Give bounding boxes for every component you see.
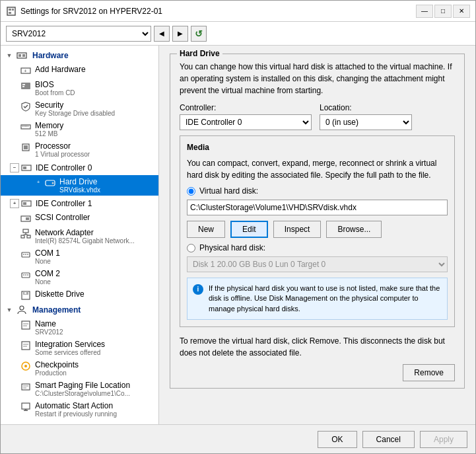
memory-sub-label: 512 MB xyxy=(35,130,63,137)
svg-point-39 xyxy=(23,274,24,276)
maximize-button[interactable]: □ xyxy=(434,5,452,18)
com1-label: COM 1 xyxy=(35,248,60,258)
add-hardware-icon: + xyxy=(20,65,31,76)
sidebar-item-bios[interactable]: BIOS Boot from CD xyxy=(1,78,158,98)
scsi-label: SCSI Controller xyxy=(35,213,90,222)
add-hardware-label: Add Hardware xyxy=(35,65,86,74)
ok-button[interactable]: OK xyxy=(318,431,357,448)
location-label: Location: xyxy=(320,103,412,112)
network-label: Network Adapter xyxy=(35,228,135,237)
sidebar-item-ide1[interactable]: + IDE Controller 1 xyxy=(1,196,158,211)
ide0-expand-icon[interactable]: − xyxy=(10,163,19,172)
sidebar-item-checkpoints[interactable]: Checkpoints Production xyxy=(1,358,158,379)
cancel-button[interactable]: Cancel xyxy=(362,431,415,448)
svg-point-37 xyxy=(27,254,28,255)
nav-next-button[interactable]: ▶ xyxy=(172,26,188,42)
svg-rect-13 xyxy=(22,125,23,127)
bottom-bar: OK Cancel Apply xyxy=(1,424,475,453)
remove-button[interactable]: Remove xyxy=(403,364,455,381)
sidebar-item-hard-drive[interactable]: + Hard Drive SRVdisk.vhdx xyxy=(1,175,158,196)
svg-point-53 xyxy=(24,365,27,367)
svg-point-40 xyxy=(25,274,26,276)
management-section-header[interactable]: ▼ Management xyxy=(1,303,158,317)
sidebar-item-security[interactable]: Security Key Storage Drive disabled xyxy=(1,98,158,119)
svg-point-23 xyxy=(52,182,54,184)
info-text: If the physical hard disk you want to us… xyxy=(209,284,442,314)
physical-disk-label[interactable]: Physical hard disk: xyxy=(199,243,265,252)
footer-text: To remove the virtual hard disk, click R… xyxy=(180,335,455,359)
svg-rect-0 xyxy=(7,7,15,15)
sidebar: ▼ Hardware + Add Hardware xyxy=(1,46,159,424)
svg-point-45 xyxy=(20,306,24,310)
window-title: Settings for SRV2012 on HYPERV22-01 xyxy=(20,7,416,16)
sidebar-item-auto-start[interactable]: Automatic Start Action Restart if previo… xyxy=(1,399,158,420)
auto-start-label: Automatic Start Action xyxy=(35,401,117,410)
info-box: i If the physical hard disk you want to … xyxy=(187,278,448,320)
sidebar-item-diskette[interactable]: Diskette Drive xyxy=(1,287,158,303)
svg-rect-30 xyxy=(27,235,30,238)
virtual-disk-radio[interactable] xyxy=(187,187,195,196)
title-bar: Settings for SRV2012 on HYPERV22-01 — □ … xyxy=(1,1,475,22)
hardware-section-header[interactable]: ▼ Hardware xyxy=(1,48,158,63)
hd-expand-icon[interactable]: + xyxy=(34,177,43,186)
virtual-disk-path-input[interactable] xyxy=(187,200,448,215)
bios-icon xyxy=(20,81,31,91)
inspect-button[interactable]: Inspect xyxy=(273,221,322,238)
auto-start-icon xyxy=(20,402,31,412)
window-icon xyxy=(6,6,17,17)
sidebar-item-processor[interactable]: Processor 1 Virtual processor xyxy=(1,139,158,160)
new-button[interactable]: New xyxy=(187,221,225,238)
com2-sub-label: None xyxy=(35,278,60,285)
sidebar-item-smart-paging[interactable]: Smart Paging File Location C:\ClusterSto… xyxy=(1,379,158,399)
physical-disk-radio[interactable] xyxy=(187,244,195,252)
browse-button[interactable]: Browse... xyxy=(326,221,382,238)
sidebar-item-com1[interactable]: COM 1 None xyxy=(1,246,158,267)
nav-refresh-button[interactable]: ↺ xyxy=(191,26,207,42)
edit-button[interactable]: Edit xyxy=(230,221,268,238)
sidebar-item-ide0[interactable]: − IDE Controller 0 xyxy=(1,160,158,175)
controller-location-row: Controller: IDE Controller 0 Location: 0… xyxy=(180,103,455,130)
hard-drive-section: Hard Drive You can change how this virtu… xyxy=(170,54,465,389)
diskette-icon xyxy=(20,290,31,301)
main-content: ▼ Hardware + Add Hardware xyxy=(1,46,475,424)
controller-select[interactable]: IDE Controller 0 xyxy=(180,114,312,130)
sidebar-item-name[interactable]: Name SRV2012 xyxy=(1,317,158,338)
integration-sub-label: Some services offered xyxy=(35,349,105,356)
sidebar-item-scsi[interactable]: SCSI Controller xyxy=(1,211,158,226)
svg-rect-46 xyxy=(22,321,30,329)
ide0-label: IDE Controller 0 xyxy=(36,163,92,172)
physical-disk-select[interactable]: Disk 1 20.00 GB Bus 0 Lun 0 Target 0 xyxy=(187,256,448,272)
svg-rect-29 xyxy=(21,235,24,238)
close-button[interactable]: ✕ xyxy=(453,5,470,18)
vm-select[interactable]: SRV2012 xyxy=(6,26,151,42)
management-icon xyxy=(17,305,27,315)
location-select[interactable]: 0 (in use) xyxy=(320,114,412,130)
com1-sub-label: None xyxy=(35,258,60,265)
management-label: Management xyxy=(32,305,81,315)
hardware-icon xyxy=(17,50,27,61)
sidebar-item-com2[interactable]: COM 2 None xyxy=(1,267,158,287)
com2-label: COM 2 xyxy=(35,269,60,278)
svg-rect-19 xyxy=(24,145,28,149)
ide1-icon xyxy=(21,198,32,209)
apply-button[interactable]: Apply xyxy=(420,431,467,448)
minimize-button[interactable]: — xyxy=(416,5,433,18)
sidebar-item-integration[interactable]: Integration Services Some services offer… xyxy=(1,338,158,358)
com1-icon xyxy=(20,249,31,260)
bios-label: BIOS xyxy=(35,80,75,89)
security-icon xyxy=(20,101,31,112)
sidebar-item-network[interactable]: Network Adapter Intel(R) 82574L Gigabit … xyxy=(1,226,158,246)
smart-paging-icon xyxy=(20,381,31,392)
svg-rect-27 xyxy=(26,217,29,220)
network-icon xyxy=(20,229,31,239)
nav-prev-button[interactable]: ◀ xyxy=(154,26,170,42)
ide1-expand-icon[interactable]: + xyxy=(10,199,19,208)
svg-rect-44 xyxy=(24,292,26,294)
hard-drive-label: Hard Drive xyxy=(59,177,100,186)
sidebar-item-add-hardware[interactable]: + Add Hardware xyxy=(1,63,158,78)
sidebar-item-memory[interactable]: Memory 512 MB xyxy=(1,119,158,139)
virtual-disk-label[interactable]: Virtual hard disk: xyxy=(199,186,258,196)
com2-icon xyxy=(20,270,31,280)
scsi-icon xyxy=(20,213,31,224)
controller-label: Controller: xyxy=(180,103,312,112)
